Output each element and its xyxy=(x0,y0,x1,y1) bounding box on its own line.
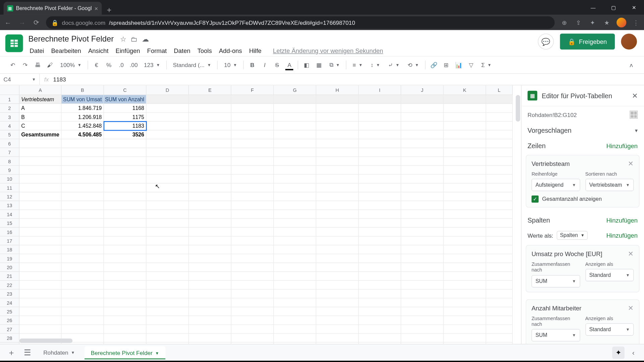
cell[interactable] xyxy=(231,201,274,210)
cell[interactable] xyxy=(61,254,104,263)
cell[interactable] xyxy=(189,148,231,157)
cell[interactable] xyxy=(231,122,274,130)
cell[interactable] xyxy=(401,325,444,334)
cell[interactable] xyxy=(401,307,444,316)
cell[interactable] xyxy=(19,237,61,245)
back-button[interactable]: ← xyxy=(4,19,12,26)
print-button[interactable]: 🖶 xyxy=(32,59,43,71)
cell[interactable] xyxy=(316,307,359,316)
cell[interactable] xyxy=(444,334,486,343)
cell[interactable] xyxy=(189,113,231,121)
cell[interactable] xyxy=(359,316,401,325)
cell[interactable] xyxy=(19,307,61,316)
cell[interactable] xyxy=(189,201,231,210)
cell[interactable] xyxy=(231,228,274,236)
summarize-select[interactable]: SUM▼ xyxy=(532,275,580,287)
cell[interactable] xyxy=(274,281,316,289)
cell[interactable] xyxy=(104,316,147,325)
cell[interactable] xyxy=(146,166,189,175)
currency-button[interactable]: € xyxy=(91,59,102,71)
cell[interactable] xyxy=(486,334,513,343)
cell[interactable] xyxy=(316,210,359,219)
cell[interactable] xyxy=(189,122,231,130)
row-header[interactable]: 11 xyxy=(0,183,19,192)
cell[interactable] xyxy=(146,175,189,183)
cell[interactable]: C xyxy=(19,122,61,130)
cell[interactable] xyxy=(444,219,486,228)
zoom-icon[interactable]: ⊕ xyxy=(560,18,569,27)
row-header[interactable]: 14 xyxy=(0,210,19,219)
forward-button[interactable]: → xyxy=(18,19,26,26)
cell[interactable] xyxy=(486,298,513,307)
cell[interactable] xyxy=(486,210,513,219)
cell[interactable] xyxy=(19,245,61,254)
cell[interactable] xyxy=(359,157,401,166)
cell[interactable] xyxy=(444,192,486,201)
row-header[interactable]: 20 xyxy=(0,263,19,272)
cell[interactable] xyxy=(316,325,359,334)
cell[interactable] xyxy=(189,104,231,113)
cell[interactable] xyxy=(359,219,401,228)
cell[interactable] xyxy=(231,334,274,343)
cell[interactable] xyxy=(274,228,316,236)
cell[interactable] xyxy=(401,237,444,245)
menu-view[interactable]: Ansicht xyxy=(85,46,112,56)
cell[interactable] xyxy=(359,183,401,192)
cell[interactable] xyxy=(19,325,61,334)
cell[interactable] xyxy=(486,148,513,157)
cell[interactable] xyxy=(486,272,513,281)
address-bar[interactable]: 🔒 docs.google.com/spreadsheets/d/1nVxVrV… xyxy=(46,16,555,29)
cell[interactable] xyxy=(444,104,486,113)
cell[interactable] xyxy=(19,157,61,166)
summarize-select[interactable]: SUM▼ xyxy=(532,329,580,341)
cell[interactable] xyxy=(146,122,189,130)
cell[interactable] xyxy=(19,183,61,192)
cell[interactable] xyxy=(61,307,104,316)
cell[interactable] xyxy=(189,272,231,281)
col-header[interactable]: D xyxy=(146,85,189,95)
cell[interactable] xyxy=(444,245,486,254)
doc-title[interactable]: Berechnete Pivot Felder xyxy=(26,34,115,45)
row-header[interactable]: 29 xyxy=(0,343,19,344)
vertical-scrollbar[interactable] xyxy=(516,95,520,122)
cell[interactable] xyxy=(359,272,401,281)
cell[interactable] xyxy=(359,245,401,254)
cell[interactable] xyxy=(61,192,104,201)
cell[interactable] xyxy=(486,228,513,236)
cell[interactable] xyxy=(61,245,104,254)
cell[interactable] xyxy=(444,237,486,245)
cell[interactable] xyxy=(359,307,401,316)
cell[interactable] xyxy=(189,130,231,139)
col-header[interactable]: L xyxy=(486,85,513,95)
cell[interactable] xyxy=(146,316,189,325)
cell[interactable] xyxy=(231,281,274,289)
cell[interactable] xyxy=(274,166,316,175)
cell[interactable] xyxy=(104,254,147,263)
cell[interactable] xyxy=(359,325,401,334)
add-sheet-button[interactable]: ＋ xyxy=(5,346,18,359)
cell[interactable] xyxy=(19,210,61,219)
cell[interactable] xyxy=(359,175,401,183)
menu-help[interactable]: Hilfe xyxy=(246,46,264,56)
cell[interactable] xyxy=(19,192,61,201)
share-button[interactable]: 🔒 Freigeben xyxy=(560,34,615,49)
cell[interactable] xyxy=(189,95,231,104)
cell[interactable] xyxy=(401,343,444,344)
cell[interactable] xyxy=(316,334,359,343)
row-header[interactable]: 23 xyxy=(0,290,19,298)
cell[interactable] xyxy=(189,281,231,289)
cell[interactable] xyxy=(19,263,61,272)
cell[interactable] xyxy=(189,334,231,343)
cell[interactable] xyxy=(274,316,316,325)
cell[interactable] xyxy=(104,325,147,334)
cell[interactable] xyxy=(231,254,274,263)
order-select[interactable]: Aufsteigend▼ xyxy=(532,179,580,191)
cell[interactable] xyxy=(274,290,316,298)
cell[interactable] xyxy=(231,307,274,316)
cell[interactable] xyxy=(401,175,444,183)
cell[interactable] xyxy=(104,298,147,307)
cell[interactable] xyxy=(146,183,189,192)
cell[interactable] xyxy=(359,104,401,113)
cell[interactable] xyxy=(444,343,486,344)
cell[interactable] xyxy=(359,254,401,263)
